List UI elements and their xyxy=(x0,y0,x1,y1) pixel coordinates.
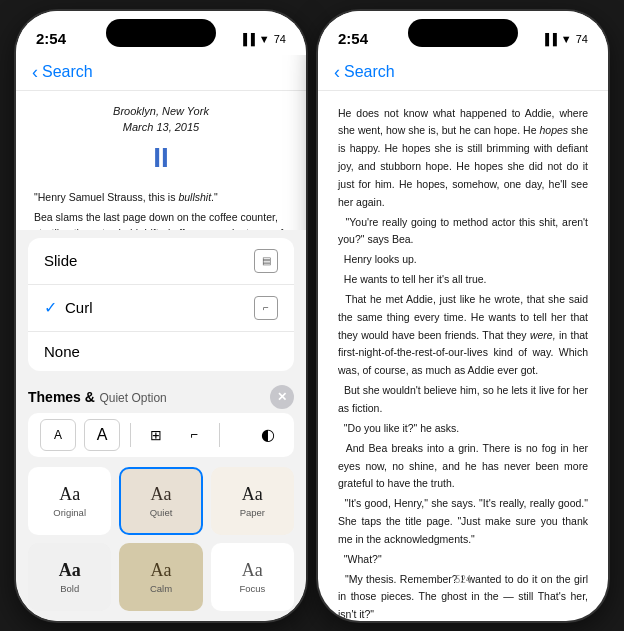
font-type-button[interactable]: ⊞ xyxy=(141,420,171,450)
back-label-right: Search xyxy=(344,63,395,81)
back-label-left: Search xyxy=(42,63,93,81)
theme-focus-aa: Aa xyxy=(242,560,263,581)
right-phone: 2:54 ▐▐ ▼ 74 ‹ Search He does not know w… xyxy=(318,11,608,621)
transition-menu: Slide ▤ ✓ Curl ⌐ None xyxy=(28,238,294,371)
wifi-icon-right: ▼ xyxy=(561,33,572,45)
font-type-icon: ⊞ xyxy=(150,427,162,443)
reading-content[interactable]: He does not know what happened to Addie,… xyxy=(318,91,608,621)
theme-original-label: Original xyxy=(53,507,86,518)
curl-check: ✓ xyxy=(44,298,57,317)
reading-para-1: He does not know what happened to Addie,… xyxy=(338,105,588,212)
reading-para-4: He wants to tell her it's all true. xyxy=(338,271,588,289)
phones-container: 2:54 ▐▐ ▼ 74 ‹ Search Brooklyn, New York… xyxy=(0,0,624,631)
themes-header: Themes & Quiet Option ✕ xyxy=(16,379,306,413)
slide-label: Slide xyxy=(44,252,77,269)
theme-quiet-label: Quiet xyxy=(150,507,173,518)
battery-icon: 74 xyxy=(274,33,286,45)
none-label: None xyxy=(44,343,80,360)
reading-para-5: That he met Addie, just like he wrote, t… xyxy=(338,291,588,380)
back-button-left[interactable]: ‹ Search xyxy=(32,62,93,83)
close-button[interactable]: ✕ xyxy=(270,385,294,409)
theme-bold-label: Bold xyxy=(60,583,79,594)
back-arrow-icon: ‹ xyxy=(32,62,38,83)
slide-icon: ▤ xyxy=(254,249,278,273)
theme-bold-aa: Aa xyxy=(59,560,81,581)
theme-grid: Aa Original Aa Quiet Aa Paper Aa Bold Aa xyxy=(16,463,306,621)
curl-label: Curl xyxy=(57,299,254,316)
theme-paper[interactable]: Aa Paper xyxy=(211,467,294,535)
font-controls: A A ⊞ ⌐ ◐ xyxy=(28,413,294,457)
nav-bar-right: ‹ Search xyxy=(318,55,608,91)
reading-para-8: And Bea breaks into a grin. There is no … xyxy=(338,440,588,494)
small-a-label: A xyxy=(54,428,62,442)
separator-2 xyxy=(219,423,220,447)
theme-focus[interactable]: Aa Focus xyxy=(211,543,294,611)
reading-para-10: "What?" xyxy=(338,551,588,569)
separator-1 xyxy=(130,423,131,447)
theme-focus-label: Focus xyxy=(239,583,265,594)
font-style-button[interactable]: ⌐ xyxy=(179,420,209,450)
status-icons-right: ▐▐ ▼ 74 xyxy=(541,33,588,45)
reading-para-7: "Do you like it?" he asks. xyxy=(338,420,588,438)
book-location: Brooklyn, New York March 13, 2015 xyxy=(34,103,288,136)
theme-calm[interactable]: Aa Calm xyxy=(119,543,202,611)
theme-original[interactable]: Aa Original xyxy=(28,467,111,535)
signal-icon: ▐▐ xyxy=(239,33,255,45)
bottom-panel: Slide ▤ ✓ Curl ⌐ None Themes & Quiet Opt… xyxy=(16,230,306,621)
book-para-1: "Henry Samuel Strauss, this is bullshit.… xyxy=(34,189,288,206)
back-arrow-icon-right: ‹ xyxy=(334,62,340,83)
status-icons-left: ▐▐ ▼ 74 xyxy=(239,33,286,45)
nav-bar-left: ‹ Search xyxy=(16,55,306,91)
back-button-right[interactable]: ‹ Search xyxy=(334,62,395,83)
status-time-left: 2:54 xyxy=(36,30,66,47)
themes-title: Themes & xyxy=(28,389,95,405)
chapter-number: II xyxy=(34,136,288,179)
theme-quiet[interactable]: Aa Quiet xyxy=(119,467,202,535)
battery-icon-right: 74 xyxy=(576,33,588,45)
theme-paper-aa: Aa xyxy=(242,484,263,505)
page-number: 524 xyxy=(318,572,608,591)
dynamic-island-right xyxy=(408,19,518,47)
dynamic-island xyxy=(106,19,216,47)
book-header: Brooklyn, New York March 13, 2015 II xyxy=(34,103,288,179)
reading-para-2: "You're really going to method actor thi… xyxy=(338,214,588,250)
font-decrease-button[interactable]: A xyxy=(40,419,76,451)
font-style-icon: ⌐ xyxy=(190,427,198,442)
theme-bold[interactable]: Aa Bold xyxy=(28,543,111,611)
theme-calm-aa: Aa xyxy=(150,560,171,581)
large-a-label: A xyxy=(97,426,108,444)
brightness-icon: ◐ xyxy=(261,425,275,444)
menu-item-slide[interactable]: Slide ▤ xyxy=(28,238,294,285)
font-increase-button[interactable]: A xyxy=(84,419,120,451)
theme-original-aa: Aa xyxy=(59,484,80,505)
theme-calm-label: Calm xyxy=(150,583,172,594)
wifi-icon: ▼ xyxy=(259,33,270,45)
quiet-option-label: Quiet Option xyxy=(99,391,166,405)
theme-quiet-aa: Aa xyxy=(150,484,171,505)
brightness-button[interactable]: ◐ xyxy=(254,421,282,449)
menu-item-none[interactable]: None xyxy=(28,332,294,371)
reading-para-3: Henry looks up. xyxy=(338,251,588,269)
curl-icon: ⌐ xyxy=(254,296,278,320)
left-phone: 2:54 ▐▐ ▼ 74 ‹ Search Brooklyn, New York… xyxy=(16,11,306,621)
status-time-right: 2:54 xyxy=(338,30,368,47)
theme-paper-label: Paper xyxy=(240,507,265,518)
reading-para-9: "It's good, Henry," she says. "It's real… xyxy=(338,495,588,549)
reading-para-6: But she wouldn't believe him, so he lets… xyxy=(338,382,588,418)
signal-icon-right: ▐▐ xyxy=(541,33,557,45)
menu-item-curl[interactable]: ✓ Curl ⌐ xyxy=(28,285,294,332)
